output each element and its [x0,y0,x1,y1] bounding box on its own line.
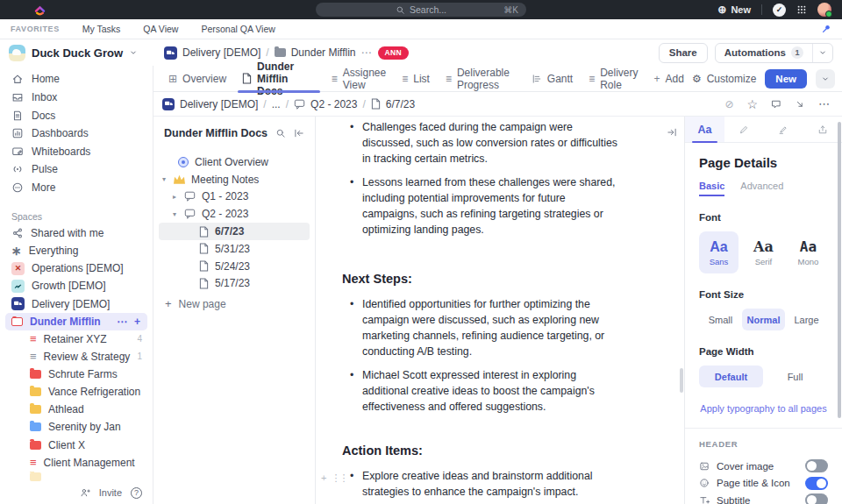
sidebar-item-inbox[interactable]: Inbox [0,89,153,107]
automations-button[interactable]: Automations 1 [715,43,833,63]
sidebar-item-review-strategy[interactable]: ≡ Review & Strategy 1 [0,348,153,366]
size-option-large[interactable]: Large [785,309,828,330]
block-drag-handle-icon[interactable]: ⋮⋮ [331,471,346,485]
tree-item-5-24-23[interactable]: 5/24/23 [153,258,310,275]
subtitle-toggle[interactable] [805,493,828,504]
sidebar-item-pulse[interactable]: Pulse [0,160,153,179]
doc-bullet[interactable]: Challenges faced during the campaign wer… [342,120,621,167]
subtab-advanced[interactable]: Advanced [740,181,783,196]
sidebar-item-dashboards[interactable]: Dashboards [0,124,153,143]
sidebar-item-everything[interactable]: ∗ Everything [0,242,153,259]
collapse-left-icon[interactable] [294,128,304,138]
user-avatar[interactable] [817,3,831,17]
workspace-switcher[interactable]: Duck Duck Grow [0,45,153,61]
apps-grid-icon[interactable] [796,4,807,15]
sidebar-item-partially-hidden[interactable] [0,472,153,482]
doc-breadcrumb-page[interactable]: 6/7/23 [386,98,415,110]
tab-assignee-view[interactable]: ≡ Assignee View [324,66,394,92]
sidebar-item-growth[interactable]: Growth [DEMO] [0,277,153,295]
tab-gantt[interactable]: Gantt [524,66,581,92]
tree-item-5-31-23[interactable]: 5/31/23 [153,240,310,258]
doc-more-icon[interactable]: ⋯ [818,97,830,110]
size-option-normal[interactable]: Normal [742,309,785,330]
cover-image-toggle[interactable] [805,459,828,472]
favorite-tab-my-tasks[interactable]: My Tasks [82,24,121,34]
doc-breadcrumb-collapsed[interactable]: ... [272,98,281,110]
new-view-button[interactable]: New [765,69,807,89]
sidebar-item-dunder-mifflin[interactable]: Dunder Mifflin ⋯ + [5,313,147,330]
breadcrumb-folder[interactable]: Dunder Mifflin [291,46,356,59]
sidebar-item-retainer-xyz[interactable]: ≡ Retainer XYZ 4 [0,330,153,348]
sidebar-item-client-x[interactable]: Client X [0,436,153,453]
help-icon[interactable]: ? [131,487,142,499]
doc-bullet[interactable]: Identified opportunities for further opt… [342,297,621,360]
width-option-full[interactable]: Full [763,366,827,387]
tree-item-q2-2023[interactable]: ▾ Q2 - 2023 [153,205,310,223]
tab-list[interactable]: ≡ List [394,66,438,92]
doc-heading-next-steps[interactable]: Next Steps: [342,270,658,288]
sidebar-item-home[interactable]: Home [0,70,153,89]
apply-typography-link[interactable]: Apply typography to all pages [699,403,828,414]
content-scrollbar[interactable] [680,368,683,393]
tab-export[interactable] [803,117,842,142]
doc-content[interactable]: Challenges faced during the campaign wer… [316,117,684,504]
share-button[interactable]: Share [659,43,708,63]
caret-right-icon[interactable]: ▸ [171,193,178,201]
tab-dunder-mifflin-docs[interactable]: Dunder Mifflin Docs [234,66,324,92]
doc-heading-action-items[interactable]: Action Items: [342,442,658,460]
sidebar-item-whiteboards[interactable]: Whiteboards [0,142,153,160]
font-option-serif[interactable]: Aa Serif [744,231,783,273]
share-export-icon[interactable] [795,99,805,110]
sidebar-item-athlead[interactable]: Athlead [0,401,153,418]
sidebar-item-more[interactable]: More [0,179,153,197]
width-option-default[interactable]: Default [699,366,763,387]
tree-item-q1-2023[interactable]: ▸ Q1 - 2023 [153,188,310,206]
tree-item-meeting-notes[interactable]: ▾ Meeting Notes [153,171,310,188]
clickup-logo-icon[interactable] [33,4,46,17]
breadcrumb-space[interactable]: Delivery [DEMO] [182,46,260,59]
automations-chevron[interactable] [812,44,832,62]
doc-bullet[interactable]: Michael Scott expressed interest in expl… [342,368,621,415]
doc-breadcrumb-space[interactable]: Delivery [DEMO] [180,98,258,110]
sidebar-item-schrute-farms[interactable]: Schrute Farms [0,366,153,383]
block-add-icon[interactable]: + [321,471,326,485]
restricted-icon[interactable]: ⊘ [724,98,733,110]
sidebar-item-client-management[interactable]: ≡ Client Management [0,454,153,472]
sidebar-item-serenity-by-jan[interactable]: Serenity by Jan [0,418,153,436]
invite-button[interactable]: Invite [99,487,122,498]
tab-marker[interactable] [764,117,803,142]
caret-down-icon[interactable]: ▾ [171,210,178,218]
add-view-button[interactable]: + Add [646,66,692,92]
page-title-icon-toggle[interactable] [805,477,828,490]
favorite-tab-personal-qa-view[interactable]: Personal QA View [201,24,275,34]
caret-down-icon[interactable]: ▾ [161,175,168,183]
sidebar-item-docs[interactable]: Docs [0,106,153,124]
collapse-right-icon[interactable] [667,127,677,138]
size-option-small[interactable]: Small [699,309,742,330]
subtab-basic[interactable]: Basic [699,181,724,196]
tab-typography[interactable]: Aa [685,117,724,142]
tab-delivery-role[interactable]: ≡ Delivery Role [581,66,646,92]
sidebar-item-operations[interactable]: ✕ Operations [DEMO] [0,259,153,277]
tree-item-5-17-23[interactable]: 5/17/23 [153,275,310,293]
comment-icon[interactable] [771,99,781,110]
font-option-sans[interactable]: Aa Sans [699,231,739,273]
pin-favorites-icon[interactable] [821,24,831,34]
folder-more-icon[interactable]: ⋯ [117,316,127,328]
breadcrumb-more-icon[interactable]: ⋯ [361,46,373,59]
folder-add-icon[interactable]: + [134,316,140,328]
doc-bullet[interactable]: Lessons learned from these challenges we… [342,175,621,238]
font-option-mono[interactable]: Aa Mono [788,231,828,273]
favorite-star-icon[interactable]: ☆ [746,97,758,111]
sidebar-item-delivery[interactable]: Delivery [DEMO] [0,295,153,312]
panel-scrollbar[interactable] [838,122,841,418]
new-view-chevron[interactable] [816,69,835,89]
new-page-button[interactable]: + New page [153,297,315,310]
tab-pen[interactable] [724,117,764,142]
topbar-new-button[interactable]: ⊕ New [717,4,751,16]
favorite-tab-qa-view[interactable]: QA View [143,24,178,34]
customize-button[interactable]: ⚙ Customize [692,73,756,85]
global-search-input[interactable]: Search... ⌘K [316,3,526,17]
sidebar-item-vance-refrigeration[interactable]: Vance Refrigeration [0,383,153,401]
search-icon[interactable] [275,128,286,138]
